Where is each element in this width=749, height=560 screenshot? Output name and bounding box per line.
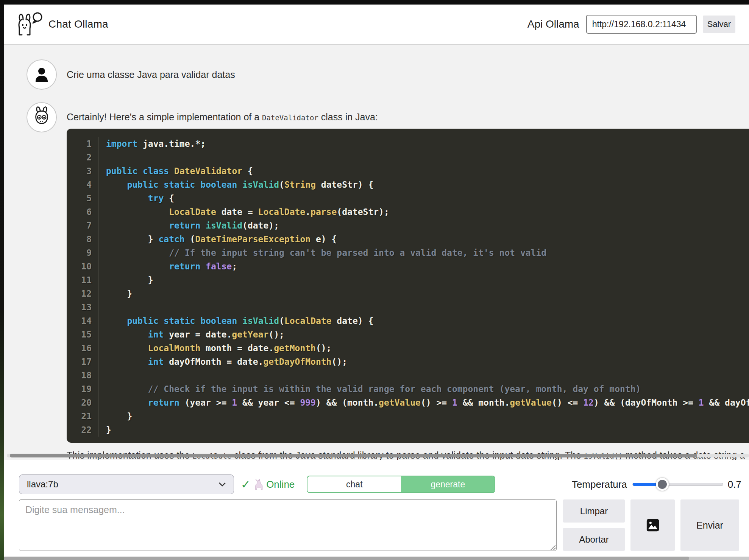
temperature-label: Temperatura [572,479,627,490]
mode-chat-button[interactable]: chat [307,476,401,492]
code-line: 10 return false; [67,260,749,273]
code-text: } [98,409,132,423]
messages-horizontal-scrollbar[interactable] [7,454,749,457]
model-select-value: llava:7b [27,479,58,490]
window-edge-top [0,0,749,5]
page-title: Chat Ollama [48,18,108,30]
code-text: int year = date.getYear(); [98,328,284,341]
person-icon [33,65,51,84]
brand: Chat Ollama [4,12,108,36]
code-text: } [98,273,153,287]
code-line: 7 return isValid(date); [67,219,749,232]
code-line: 3public class DateValidator { [67,164,749,178]
attach-image-button[interactable] [630,499,675,551]
window-edge-left [0,0,4,560]
code-line: 8 } catch (DateTimeParseException e) { [67,232,749,246]
save-button[interactable]: Salvar [703,16,735,33]
code-text: import java.time.*; [98,137,206,151]
code-line: 6 LocalDate date = LocalDate.parse(dateS… [67,205,749,219]
code-line: 14 public static boolean isValid(LocalDa… [67,314,749,328]
user-avatar [27,59,57,90]
code-text: try { [98,191,174,205]
message-input-wrap [19,499,557,551]
llama-chat-logo-icon [14,12,43,36]
code-text: } [98,287,132,300]
code-line: 13 [67,300,749,314]
code-text: // Check if the input is within the vali… [98,382,641,396]
text-segment: class in Java: [318,112,378,122]
abort-button[interactable]: Abortar [563,528,625,551]
api-settings: Api Ollama Salvar [527,15,749,34]
chevron-down-icon [218,482,226,487]
text-segment: Certainly! Here's a simple implementatio… [67,112,262,122]
code-text: public static boolean isValid(LocalDate … [98,314,373,328]
assistant-message-content: Certainly! Here's a simple implementatio… [67,102,749,460]
llama-face-icon [31,106,53,128]
mode-generate-button[interactable]: generate [401,476,495,492]
line-number: 13 [67,300,98,314]
line-number: 10 [67,260,98,273]
clear-abort-column: Limpar Abortar [563,499,625,551]
code-lines: 1import java.time.*;2 3public class Date… [67,137,749,437]
line-number: 6 [67,205,98,219]
clear-button[interactable]: Limpar [563,499,625,523]
code-line: 4 public static boolean isValid(String d… [67,178,749,191]
line-number: 15 [67,328,98,341]
assistant-avatar [27,102,57,132]
code-text: return false; [98,260,237,273]
temperature-slider[interactable] [632,478,723,491]
code-text: public static boolean isValid(String dat… [98,178,373,191]
message-input[interactable] [19,499,557,551]
page-scrollbar-thumb[interactable] [4,557,689,560]
app-window: Chat Ollama Api Ollama Salvar Crie uma c… [4,5,749,560]
llama-status-icon [253,479,263,490]
assistant-message-row: Certainly! Here's a simple implementatio… [4,102,749,460]
line-number: 16 [67,341,98,355]
temperature-value: 0.7 [728,479,741,490]
line-number: 9 [67,246,98,260]
code-line: 22} [67,423,749,437]
code-text: } catch (DateTimeParseException e) { [98,232,337,246]
image-icon [646,518,660,532]
code-text: LocalDate date = LocalDate.parse(dateStr… [98,205,389,219]
code-line: 17 int dayOfMonth = date.getDayOfMonth()… [67,355,749,369]
line-number: 20 [67,396,98,409]
connection-status: ✓ Online [241,478,295,491]
code-block: 1import java.time.*;2 3public class Date… [67,129,749,443]
header-bar: Chat Ollama Api Ollama Salvar [4,5,749,45]
slider-thumb[interactable] [656,478,669,491]
code-line: 15 int year = date.getYear(); [67,328,749,341]
model-select[interactable]: llava:7b [19,474,234,494]
code-line: 2 [67,151,749,164]
composer-controls-row: llava:7b ✓ Online chat generate [19,474,741,494]
api-url-input[interactable] [586,15,697,34]
code-line: 11 } [67,273,749,287]
user-message-row: Crie uma classe Java para validar datas [4,59,749,90]
code-text [98,369,111,382]
code-line: 18 [67,369,749,382]
line-number: 3 [67,164,98,178]
send-button[interactable]: Enviar [680,499,739,551]
code-text: int dayOfMonth = date.getDayOfMonth(); [98,355,347,369]
code-text [98,300,111,314]
slider-track[interactable] [632,483,723,486]
composer-input-row: Limpar Abortar Enviar [19,499,739,551]
line-number: 21 [67,409,98,423]
code-line: 12 } [67,287,749,300]
code-text: return (year >= 1 && year <= 999) && (mo… [98,396,749,409]
code-text: public class DateValidator { [98,164,253,178]
line-number: 19 [67,382,98,396]
page-horizontal-scrollbar[interactable] [4,557,749,560]
assistant-intro-text: Certainly! Here's a simple implementatio… [67,102,749,124]
code-text: // If the input string can't be parsed i… [98,246,546,260]
code-line: 21 } [67,409,749,423]
temperature-control: Temperatura 0.7 [572,478,741,491]
line-number: 7 [67,219,98,232]
line-number: 8 [67,232,98,246]
composer-panel: llava:7b ✓ Online chat generate [4,460,749,560]
line-number: 5 [67,191,98,205]
status-label: Online [266,479,295,490]
messages-scrollbar-thumb[interactable] [10,454,697,457]
check-icon: ✓ [241,478,250,491]
code-line: 20 return (year >= 1 && year <= 999) && … [67,396,749,409]
